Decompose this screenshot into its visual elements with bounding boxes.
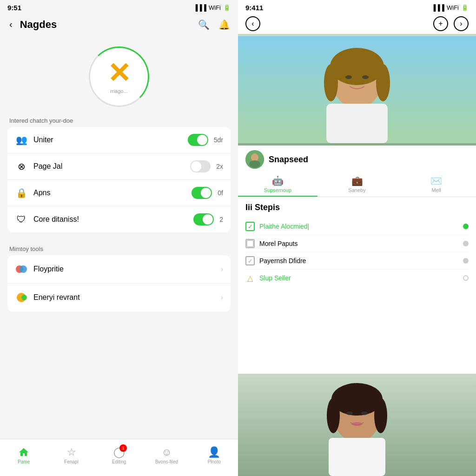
battery-icon-right: 🔋 [461,4,469,11]
status-icons-left: ▐▐▐ WiFi 🔋 [193,4,231,11]
svg-point-11 [362,75,369,79]
dot-3 [463,258,469,264]
pagejal-badge: 2x [216,163,223,170]
status-icons-right: ▐▐▐ WiFi 🔋 [431,4,469,11]
core-badge: 2 [219,216,223,223]
svg-point-14 [249,160,260,168]
svg-point-24 [351,422,363,426]
tab-mell[interactable]: ✉️ Mell [397,172,476,197]
nav-photo[interactable]: 👤 Plnoto [191,446,238,464]
apns-label: Apns [33,189,50,197]
left-panel: 9:51 ▐▐▐ WiFi 🔋 ‹ Nagdes 🔍 🔔 ✕ rriago...… [0,0,238,476]
check-1: ✓ [245,222,255,231]
svg-point-22 [346,411,353,415]
logo-area: ✕ rriago... [0,37,238,112]
svg-rect-15 [247,240,253,247]
nav-fenapl[interactable]: ☆ Fenapl [47,446,95,464]
search-icon[interactable]: 🔍 [197,18,210,31]
settings-row-4: 🛡 Core ditaniss! 2 [7,206,231,232]
floypritie-icon [15,263,28,276]
add-button[interactable]: + [433,16,448,31]
list-label-1: Plaithe Alocmied| [259,223,458,230]
wifi-icon: WiFi [209,4,221,11]
alert-icon: ◯ 1 [113,446,125,458]
settings-card: 👥 Uniter 5dr ⊗ Page Jal 2x 🔒 Apns [7,127,231,232]
battery-icon: 🔋 [223,4,231,11]
status-time-right: 9:411 [245,4,263,12]
nav-bvons-label: Bvons-filed [155,459,178,464]
profile-name: Snapseed [269,155,308,165]
header-left: ‹ Nagdes 🔍 🔔 [0,13,238,37]
list-label-4: Slup Seller [259,274,458,282]
header-icons: 🔍 🔔 [197,18,231,31]
star-icon: ☆ [66,446,78,458]
signal-icon: ▐▐▐ [193,4,206,11]
profile-photo-bottom [238,374,476,476]
signal-icon-right: ▐▐▐ [431,4,444,11]
tab-supsernoup-label: Supsernoup [264,187,291,193]
core-label: Core ditaniss! [33,215,79,224]
status-bar-right: 9:411 ▐▐▐ WiFi 🔋 [238,0,476,13]
apns-toggle[interactable] [192,187,212,199]
profile-info-row: Snapseed [238,145,476,172]
tab-mail-icon: ✉️ [430,175,442,186]
uniter-toggle[interactable] [188,134,208,146]
dot-4 [463,275,469,281]
bottom-nav: Pame ☆ Fenapl ◯ 1 Editing ☺ Bvons-filed … [0,439,238,476]
content-section: Iii Stepis ✓ Plaithe Alocmied| Morel Pap… [238,197,476,374]
eneryi-icon [15,291,28,304]
right-header-icons: + › [433,16,469,31]
nav-pame[interactable]: Pame [0,446,47,464]
back-button-right[interactable]: ‹ [245,16,260,31]
svg-point-8 [324,64,338,101]
pagejal-icon: ⊗ [15,160,28,173]
nav-bvons[interactable]: ☺ Bvons-filed [143,446,190,464]
eneryi-chevron: › [221,293,223,302]
svg-rect-18 [329,438,385,476]
back-button[interactable]: ‹ [7,17,14,32]
logo-circle: ✕ rriago... [89,46,149,107]
eneryi-label: Eneryi revrant [33,293,80,302]
tab-robot-icon: 🤖 [272,175,284,186]
tab-saneby[interactable]: 💼 Saneby [317,172,397,197]
check-2 [245,239,255,248]
svg-point-23 [361,411,368,415]
uniter-icon: 👥 [15,133,28,146]
uniter-label: Uniter [33,136,53,144]
svg-point-21 [374,398,387,433]
status-time-left: 9:51 [7,4,21,12]
wifi-icon-right: WiFi [447,4,459,11]
list-label-3: Payernsh Dfidre [259,257,458,264]
svg-point-20 [327,398,340,433]
settings-row-1: 👥 Uniter 5dr [7,127,231,153]
uniter-badge: 5dr [214,136,223,144]
dot-1 [463,224,469,229]
notification-icon[interactable]: 🔔 [218,18,231,31]
tab-mell-label: Mell [432,187,441,193]
svg-point-7 [330,48,384,85]
home-icon [18,446,30,458]
tab-underline [238,196,317,197]
nav-editing[interactable]: ◯ 1 Editing [95,446,143,464]
check-3: ✓ [245,256,255,265]
share-button[interactable]: › [454,16,469,31]
list-item-3: ✓ Payernsh Dfidre [245,252,469,270]
tools-card: Floypritie › Eneryi revrant › [7,255,231,311]
face-icon: ☺ [160,446,172,458]
tabs-row: 🤖 Supsernoup 💼 Saneby ✉️ Mell [238,172,476,197]
nav-editing-label: Editing [112,459,126,464]
core-toggle[interactable] [193,213,214,225]
photo-svg-bottom [238,374,476,476]
profile-avatar [245,150,264,169]
iii-stepis-title: Iii Stepis [245,203,469,212]
pagejal-toggle[interactable] [190,160,211,172]
core-icon: 🛡 [15,213,28,226]
tab-supsernoup[interactable]: 🤖 Supsernoup [238,172,317,197]
tool-row-1[interactable]: Floypritie › [7,255,231,284]
photo-svg-top [238,36,476,143]
tool-row-2[interactable]: Eneryi revrant › [7,284,231,311]
svg-rect-6 [326,104,388,143]
check-4: △ [245,273,255,283]
person-icon: 👤 [208,446,220,458]
right-header: ‹ + › [238,13,476,34]
